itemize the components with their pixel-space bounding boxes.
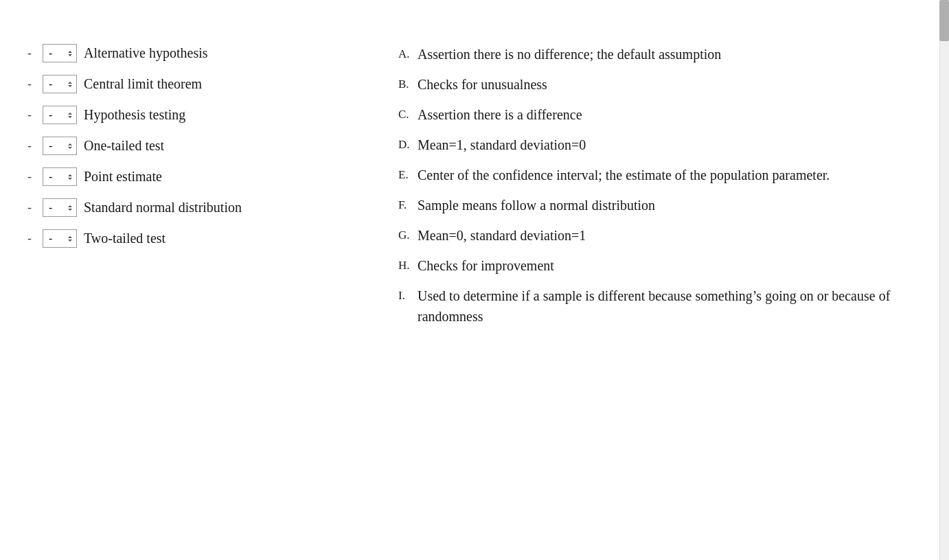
dash-label: - (27, 231, 36, 246)
answer-text-f: Sample means follow a normal distributio… (418, 195, 655, 215)
answer-text-e: Center of the confidence interval; the e… (418, 165, 830, 185)
term-row: --ABCDEFGHICentral limit theorem (27, 75, 357, 93)
term-label-two-tailed-test: Two-tailed test (84, 231, 165, 246)
scrollbar-thumb[interactable] (939, 0, 949, 41)
answer-text-d: Mean=1, standard deviation=0 (418, 135, 586, 155)
answer-row-g: G. Mean=0, standard deviation=1 (398, 225, 922, 246)
dropdown-alternative-hypothesis[interactable]: -ABCDEFGHI (43, 44, 77, 62)
answer-letter-e: E. (398, 165, 418, 185)
answer-letter-a: A. (398, 44, 418, 65)
answer-row-d: D. Mean=1, standard deviation=0 (398, 135, 922, 155)
term-row: --ABCDEFGHIHypothesis testing (27, 106, 357, 124)
dropdown-standard-normal-distribution[interactable]: -ABCDEFGHI (43, 198, 77, 217)
answer-row-e: E. Center of the confidence interval; th… (398, 165, 922, 185)
answer-letter-g: G. (398, 225, 418, 246)
answer-row-b: B. Checks for unusualness (398, 74, 922, 95)
left-column: --ABCDEFGHIAlternative hypothesis--ABCDE… (27, 41, 357, 327)
term-row: --ABCDEFGHITwo-tailed test (27, 229, 357, 248)
dash-label: - (27, 77, 36, 91)
dropdown-one-tailed-test[interactable]: -ABCDEFGHI (43, 137, 77, 155)
right-column: A. Assertion there is no difference; the… (357, 41, 922, 327)
term-label-one-tailed-test: One-tailed test (84, 138, 164, 154)
answer-letter-f: F. (398, 195, 418, 215)
answer-text-g: Mean=0, standard deviation=1 (418, 225, 586, 246)
dropdown-point-estimate[interactable]: -ABCDEFGHI (43, 167, 77, 186)
term-label-standard-normal-distribution: Standard normal distribution (84, 200, 242, 215)
dash-label: - (27, 200, 36, 215)
answer-letter-b: B. (398, 74, 418, 95)
answer-text-b: Checks for unusualness (418, 74, 547, 95)
term-row: --ABCDEFGHIStandard normal distribution (27, 198, 357, 217)
answer-row-h: H. Checks for improvement (398, 255, 922, 276)
term-row: --ABCDEFGHIAlternative hypothesis (27, 44, 357, 62)
answer-letter-i: I. (398, 285, 418, 327)
scrollbar[interactable] (939, 0, 949, 560)
answer-text-a: Assertion there is no difference; the de… (418, 44, 721, 65)
dash-label: - (27, 46, 36, 60)
term-label-hypothesis-testing: Hypothesis testing (84, 107, 185, 123)
answer-letter-d: D. (398, 135, 418, 155)
dropdown-two-tailed-test[interactable]: -ABCDEFGHI (43, 229, 77, 248)
answer-row-i: I. Used to determine if a sample is diff… (398, 285, 922, 327)
dash-label: - (27, 139, 36, 153)
answer-row-c: C. Assertion there is a difference (398, 104, 922, 125)
answer-row-f: F. Sample means follow a normal distribu… (398, 195, 922, 215)
answer-row-a: A. Assertion there is no difference; the… (398, 44, 922, 65)
content-area: --ABCDEFGHIAlternative hypothesis--ABCDE… (27, 41, 922, 327)
term-label-point-estimate: Point estimate (84, 169, 162, 185)
term-label-central-limit-theorem: Central limit theorem (84, 76, 202, 92)
answer-text-i: Used to determine if a sample is differe… (418, 285, 922, 327)
term-row: --ABCDEFGHIPoint estimate (27, 167, 357, 186)
answer-text-h: Checks for improvement (418, 255, 554, 276)
term-row: --ABCDEFGHIOne-tailed test (27, 137, 357, 155)
dash-label: - (27, 108, 36, 122)
dash-label: - (27, 170, 36, 184)
answer-text-c: Assertion there is a difference (418, 104, 582, 125)
term-label-alternative-hypothesis: Alternative hypothesis (84, 45, 208, 61)
dropdown-central-limit-theorem[interactable]: -ABCDEFGHI (43, 75, 77, 93)
answer-letter-c: C. (398, 104, 418, 125)
answer-letter-h: H. (398, 255, 418, 276)
dropdown-hypothesis-testing[interactable]: -ABCDEFGHI (43, 106, 77, 124)
